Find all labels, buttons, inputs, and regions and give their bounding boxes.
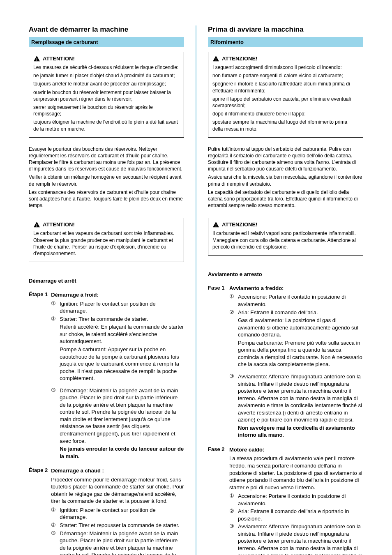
- caution-body: Il carburante ed i relativi vapori sono …: [212, 230, 359, 250]
- list-item: Gas di avviamento: La posizione di gas d…: [229, 317, 363, 339]
- list-item: ②Starter: Tirer et repousser la commande…: [51, 522, 184, 529]
- right-start-heading: Avviamento e arresto: [208, 271, 363, 277]
- caution-head: ! ATTENZIONE!: [212, 55, 359, 62]
- text: Pompa carburante: Premere più volte sull…: [238, 339, 363, 368]
- bullet-icon: ③: [51, 530, 57, 555]
- step-content: Démarrage à froid: ①Ignition: Placer le …: [51, 291, 184, 461]
- right-caution-2: ! ATTENZIONE! Il carburante ed i relativ…: [208, 218, 363, 256]
- svg-text:!: !: [36, 58, 37, 62]
- text: non fumare o portare sorgenti di calore …: [212, 72, 359, 79]
- list-item: ③Avviamento: Afferrare l'impugnatura ant…: [229, 373, 363, 424]
- text: toujours arrêter le moteur avant de proc…: [33, 81, 180, 87]
- caution-body: Les mesures de sécurité ci-dessous rédui…: [33, 64, 180, 132]
- bullet-icon: ③: [229, 523, 235, 555]
- step-number: Étape 2: [29, 467, 48, 555]
- text: Démarrage: Maintenir la poignée avant de…: [60, 387, 184, 444]
- left-step-1: Étape 1 Démarrage à froid: ①Ignition: Pl…: [29, 291, 184, 461]
- list-item: ②Aria: Estrarre il comando dell'aria.: [229, 309, 363, 316]
- text: Avviamento: Afferrare l'impugnatura ante…: [238, 523, 363, 555]
- text: Accensione: Portare il contatto in posiz…: [238, 293, 363, 308]
- right-ribbon: Rifornimento: [208, 37, 363, 47]
- warning-icon: !: [33, 55, 40, 62]
- text: Starter: Tirer la commande de starter.: [60, 315, 184, 323]
- caution-heading-text: ATTENTION!: [43, 221, 75, 228]
- step-intro: Démarrage à froid:: [51, 291, 184, 299]
- step-intro: Avviamento a freddo:: [229, 285, 363, 292]
- text: Aria: Estrarre il comando dell'aria.: [238, 309, 363, 316]
- text: serrer soigneusement le bouchon du réser…: [33, 104, 180, 117]
- text: Avviamento: Afferrare l'impugnatura ante…: [238, 373, 363, 424]
- right-step-1: Fase 1 Avviamento a freddo: ①Accensione:…: [208, 285, 363, 440]
- list-item: Non avvolgere mai la cordicella di avvia…: [229, 424, 363, 439]
- bullet-icon: ②: [51, 522, 57, 529]
- text: Il carburante ed i relativi vapori sono …: [212, 230, 359, 250]
- list-item: ①Ignition: Placer le contact sur positio…: [51, 300, 184, 315]
- spacer: [51, 346, 57, 382]
- text: Assicurarsi che la miscela sia ben mesco…: [208, 174, 363, 187]
- text: Aria: Estrarre il comando dell'aria e ri…: [238, 508, 363, 522]
- text: Gas di avviamento: La posizione di gas d…: [238, 317, 363, 339]
- warning-icon: !: [33, 221, 40, 228]
- spacer: [51, 323, 57, 345]
- text: Non avvolgere mai la cordicella di avvia…: [238, 424, 363, 439]
- text: ouvrir le bouchon du réservoir lentement…: [33, 89, 180, 102]
- left-ribbon: Remplissage de carburant: [29, 37, 184, 47]
- text: spostare sempre la macchina dal luogo de…: [212, 119, 359, 132]
- list-item: ③Avviamento: Afferrare l'impugnatura ant…: [229, 523, 363, 555]
- step-number: Fase 2: [208, 446, 226, 555]
- text: Les contenances des réservoirs de carbur…: [29, 189, 184, 209]
- list-item: ③Démarrage: Maintenir la poignée avant d…: [51, 387, 184, 444]
- left-start-heading: Démarrage et arrêt: [29, 278, 184, 284]
- text: Procéder comme pour le démarrage moteur …: [51, 476, 184, 505]
- step-intro: Démarrage à chaud :: [51, 467, 184, 474]
- column-right: Prima di avviare la macchina Riforniment…: [196, 25, 363, 555]
- text: Ne jamais enrouler la corde du lanceur a…: [60, 445, 184, 460]
- bullet-icon: ③: [229, 373, 235, 424]
- svg-text:!: !: [36, 223, 37, 228]
- spacer: [229, 317, 235, 339]
- caution-head: ! ATTENTION!: [33, 221, 180, 228]
- bullet-icon: ①: [51, 300, 57, 315]
- step-content: Avviamento a freddo: ①Accensione: Portar…: [229, 285, 363, 440]
- caution-heading-text: ATTENTION!: [43, 55, 75, 62]
- bullet-icon: ②: [229, 508, 235, 522]
- caution-head: ! ATTENZIONE!: [212, 221, 359, 228]
- bullet-icon: ③: [51, 387, 57, 444]
- caution-body: Le carburant et les vapeurs de carburant…: [33, 230, 180, 257]
- text: spegnere il motore e lasciarlo raffredda…: [212, 81, 359, 94]
- text: Le capacità del serbatoio del carburante…: [208, 189, 363, 209]
- text: ne jamais fumer ni placer d'objet chaud …: [33, 72, 180, 79]
- step-intro: Motore caldo:: [229, 446, 363, 454]
- warning-icon: !: [212, 55, 219, 62]
- caution-head: ! ATTENTION!: [33, 55, 180, 62]
- text: Pulire tutt'intorno al tappo del serbato…: [208, 146, 363, 173]
- text: Veiller à obtenir un mélange homogène en…: [29, 174, 184, 187]
- left-caution-1: ! ATTENTION! Les mesures de sécurité ci-…: [29, 52, 184, 138]
- text: Ignition: Placer le contact sur position…: [60, 507, 184, 521]
- step-number: Étape 1: [29, 291, 48, 461]
- column-left: Avant de démarrer la machine Remplissage…: [29, 25, 196, 555]
- svg-text:!: !: [215, 58, 217, 62]
- bullet-icon: ②: [51, 315, 57, 323]
- step-content: Démarrage à chaud : Procéder comme pour …: [51, 467, 184, 555]
- bullet-icon: ①: [229, 293, 235, 308]
- text: Le carburant et les vapeurs de carburant…: [33, 230, 180, 257]
- list-item: ①Accensione: Portare il contatto in posi…: [229, 293, 363, 308]
- bullet-icon: ①: [229, 493, 235, 507]
- left-step-2: Étape 2 Démarrage à chaud : Procéder com…: [29, 467, 184, 555]
- text: Ignition: Placer le contact sur position…: [60, 300, 184, 315]
- text: Starter: Tirer et repousser la commande …: [60, 522, 184, 529]
- left-paragraph: Essuyer le pourtour des bouchons des rés…: [29, 146, 184, 209]
- text: Démarrage: Maintenir la poignée avant de…: [60, 530, 184, 555]
- list-item: Pompa carburante: Premere più volte sull…: [229, 339, 363, 368]
- text: dopo il rifornimento chiudere bene il ta…: [212, 111, 359, 117]
- warning-icon: !: [212, 221, 219, 228]
- svg-text:!: !: [215, 223, 217, 228]
- list-item: ②Aria: Estrarre il comando dell'aria e r…: [229, 508, 363, 522]
- step-content: Motore caldo: La stessa procedura di avv…: [229, 446, 363, 555]
- caution-body: I seguenti accorgimenti diminuiscono il …: [212, 64, 359, 132]
- right-title: Prima di avviare la macchina: [208, 25, 363, 34]
- right-step-2: Fase 2 Motore caldo: La stessa procedura…: [208, 446, 363, 555]
- list-item: Ralenti accéléré: En plaçant la commande…: [51, 323, 184, 345]
- spacer: [229, 339, 235, 368]
